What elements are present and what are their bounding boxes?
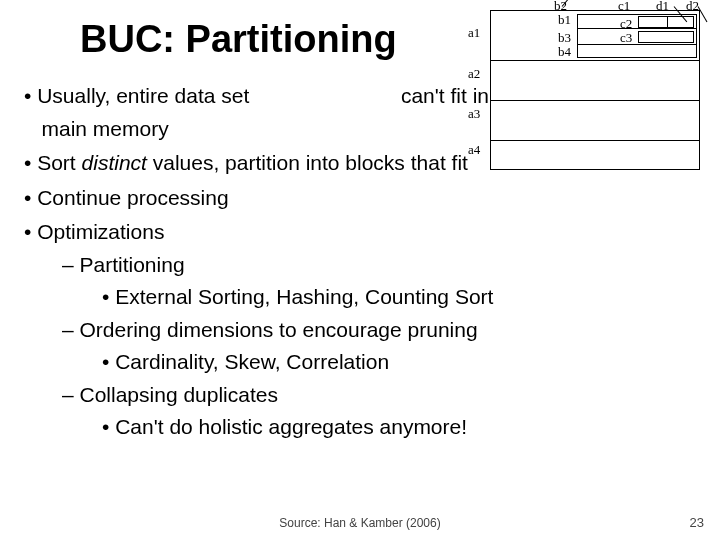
bullet-4c1: Can't do holistic aggregates anymore! — [102, 411, 696, 444]
label-a3: a3 — [468, 106, 480, 122]
label-a4: a4 — [468, 142, 480, 158]
bullet-2-pre: Sort — [37, 151, 81, 174]
bullet-4a-label: Partitioning — [80, 253, 185, 276]
bullet-3: Continue processing — [24, 182, 696, 215]
bullet-1-line1: Usually, entire data set can't fit in — [37, 84, 489, 107]
bullet-1-line2: main memory — [42, 117, 169, 140]
label-b4: b4 — [558, 44, 571, 60]
label-c3: c3 — [620, 30, 632, 46]
bullet-4: Optimizations Partitioning External Sort… — [24, 216, 696, 444]
label-c1: c1 — [618, 0, 630, 14]
bullet-4c: Collapsing duplicates Can't do holistic … — [62, 379, 696, 444]
bullet-4b: Ordering dimensions to encourage pruning… — [62, 314, 696, 379]
bullet-4a1: External Sorting, Hashing, Counting Sort — [102, 281, 696, 314]
label-d1: d1 — [656, 0, 669, 14]
bullet-2-em: distinct — [82, 151, 147, 174]
bullet-4b-label: Ordering dimensions to encourage pruning — [80, 318, 478, 341]
bullet-4a: Partitioning External Sorting, Hashing, … — [62, 249, 696, 314]
label-a1: a1 — [468, 25, 480, 41]
bullet-4-label: Optimizations — [37, 220, 164, 243]
bullet-4c-label: Collapsing duplicates — [80, 383, 278, 406]
label-b1: b1 — [558, 12, 571, 28]
source-citation: Source: Han & Kamber (2006) — [0, 516, 720, 530]
label-a2: a2 — [468, 66, 480, 82]
page-number: 23 — [690, 515, 704, 530]
slide-title: BUC: Partitioning — [80, 18, 397, 61]
bullet-2-post: values, partition into blocks that fit — [147, 151, 468, 174]
partition-diagram: a1 a2 a3 a4 b1 b2 b3 b4 c1 c2 c3 d1 d2 — [446, 0, 714, 180]
bullet-4b1: Cardinality, Skew, Correlation — [102, 346, 696, 379]
